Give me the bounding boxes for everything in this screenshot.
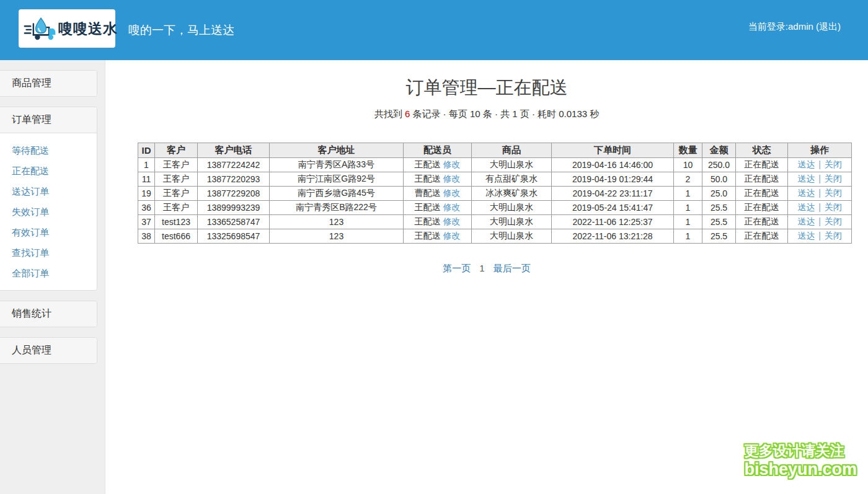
cell-customer: test666 [155, 229, 198, 244]
sidebar-item-查找订单[interactable]: 查找订单 [12, 246, 87, 259]
pagination-last-link[interactable]: 最后一页 [494, 263, 531, 273]
courier-edit-link[interactable]: 修改 [443, 202, 460, 212]
watermark-line2: bisheyun.com [744, 459, 857, 480]
close-link[interactable]: 关闭 [825, 202, 842, 212]
cell-address: 123 [270, 215, 404, 229]
cell-amount: 25.5 [702, 229, 736, 244]
cell-product: 有点甜矿泉水 [472, 172, 552, 187]
sidebar-item-正在配送[interactable]: 正在配送 [12, 164, 87, 177]
cell-product: 冰冰爽矿泉水 [472, 187, 552, 201]
record-count: 6 [405, 108, 410, 119]
cell-amount: 25.0 [702, 187, 736, 201]
action-separator: | [816, 174, 823, 183]
cell-actions: 送达 | 关闭 [788, 201, 852, 215]
pagination-first-link[interactable]: 第一页 [443, 263, 471, 273]
deliver-link[interactable]: 送达 [797, 216, 815, 226]
app-logo[interactable]: 嗖嗖送水 [19, 9, 115, 48]
deliver-link[interactable]: 送达 [797, 202, 815, 212]
deliver-link[interactable]: 送达 [797, 231, 815, 240]
cell-actions: 送达 | 关闭 [788, 172, 852, 187]
column-header-数量: 数量 [674, 143, 702, 158]
main-content: 订单管理—正在配送 共找到 6 条记录 · 每页 10 条 · 共 1 页 · … [105, 60, 868, 494]
cell-actions: 送达 | 关闭 [788, 187, 852, 201]
courier-edit-link[interactable]: 修改 [443, 216, 460, 226]
courier-edit-link[interactable]: 修改 [443, 188, 460, 198]
sidebar: 商品管理订单管理等待配送正在配送送达订单失效订单有效订单查找订单全部订单销售统计… [0, 60, 105, 494]
action-separator: | [816, 231, 823, 240]
cell-amount: 25.5 [702, 201, 736, 215]
courier-edit-link[interactable]: 修改 [443, 159, 460, 169]
cell-phone: 13365258747 [198, 215, 270, 229]
column-header-客户地址: 客户地址 [270, 143, 404, 158]
courier-edit-link[interactable]: 修改 [443, 174, 460, 183]
action-separator: | [816, 216, 823, 226]
column-header-配送员: 配送员 [404, 143, 472, 158]
cell-amount: 25.5 [702, 215, 736, 229]
sidebar-item-全部订单[interactable]: 全部订单 [12, 267, 87, 280]
orders-tbody: 1王客户13877224242南宁青秀区A路33号王配送 修改大明山泉水2019… [138, 158, 852, 244]
close-link[interactable]: 关闭 [825, 174, 842, 183]
courier-name: 王配送 [415, 174, 443, 183]
cell-actions: 送达 | 关闭 [788, 158, 852, 172]
deliver-link[interactable]: 送达 [797, 188, 815, 198]
cell-courier: 曹配送 修改 [404, 187, 472, 201]
cell-status: 正在配送 [736, 215, 788, 229]
cell-phone: 13325698547 [198, 229, 270, 244]
deliver-link[interactable]: 送达 [797, 159, 815, 169]
cell-address: 南宁江南区G路92号 [270, 172, 404, 187]
courier-name: 王配送 [415, 231, 443, 240]
cell-amount: 250.0 [702, 158, 736, 172]
table-header-row: ID客户客户电话客户地址配送员商品下单时间数量金额状态操作 [138, 143, 852, 158]
deliver-link[interactable]: 送达 [797, 174, 815, 183]
logout-link[interactable]: (退出) [816, 21, 841, 32]
cell-courier: 王配送 修改 [404, 158, 472, 172]
cell-customer: 王客户 [155, 158, 198, 172]
column-header-ID: ID [138, 143, 155, 158]
sidebar-item-有效订单[interactable]: 有效订单 [12, 226, 87, 239]
courier-name: 王配送 [415, 216, 443, 226]
cell-actions: 送达 | 关闭 [788, 229, 852, 244]
cell-order-time: 2019-04-16 14:46:00 [552, 158, 674, 172]
cell-id: 36 [138, 201, 155, 215]
cell-quantity: 1 [674, 187, 702, 201]
cell-status: 正在配送 [736, 229, 788, 244]
table-row: 1王客户13877224242南宁青秀区A路33号王配送 修改大明山泉水2019… [138, 158, 852, 172]
action-separator: | [816, 188, 823, 198]
close-link[interactable]: 关闭 [825, 188, 842, 198]
table-row: 37test12313365258747123王配送 修改大明山泉水2022-1… [138, 215, 852, 229]
watermark: 更多设计请关注 bisheyun.com [744, 442, 857, 481]
cell-order-time: 2019-05-24 15:41:47 [552, 201, 674, 215]
table-row: 19王客户13877229208南宁西乡塘G路45号曹配送 修改冰冰爽矿泉水20… [138, 187, 852, 201]
cell-customer: 王客户 [155, 187, 198, 201]
action-separator: | [816, 202, 823, 212]
close-link[interactable]: 关闭 [825, 159, 842, 169]
sidebar-item-等待配送[interactable]: 等待配送 [12, 144, 87, 157]
cell-status: 正在配送 [736, 172, 788, 187]
cell-phone: 13899993239 [198, 201, 270, 215]
page-title: 订单管理—正在配送 [105, 76, 868, 100]
courier-name: 曹配送 [415, 188, 443, 198]
cell-quantity: 2 [674, 172, 702, 187]
summary-prefix: 共找到 [374, 108, 405, 119]
login-user-label: 当前登录:admin [748, 21, 816, 32]
action-separator: | [816, 159, 823, 169]
courier-edit-link[interactable]: 修改 [443, 231, 460, 240]
cell-order-time: 2022-11-06 13:21:28 [552, 229, 674, 244]
close-link[interactable]: 关闭 [825, 216, 842, 226]
sidebar-panel-goods: 商品管理 [0, 70, 97, 97]
cell-id: 11 [138, 172, 155, 187]
sidebar-heading-sales[interactable]: 销售统计 [0, 301, 97, 327]
sidebar-heading-staff[interactable]: 人员管理 [0, 338, 97, 363]
sidebar-item-失效订单[interactable]: 失效订单 [12, 205, 87, 218]
cell-customer: test123 [155, 215, 198, 229]
close-link[interactable]: 关闭 [825, 231, 842, 240]
column-header-客户电话: 客户电话 [198, 143, 270, 158]
cell-id: 38 [138, 229, 155, 244]
sidebar-item-送达订单[interactable]: 送达订单 [12, 185, 87, 198]
table-row: 38test66613325698547123王配送 修改大明山泉水2022-1… [138, 229, 852, 244]
cell-quantity: 10 [674, 158, 702, 172]
sidebar-heading-orders[interactable]: 订单管理 [0, 107, 97, 133]
cell-product: 大明山泉水 [472, 201, 552, 215]
sidebar-heading-goods[interactable]: 商品管理 [0, 71, 97, 96]
cell-courier: 王配送 修改 [404, 229, 472, 244]
